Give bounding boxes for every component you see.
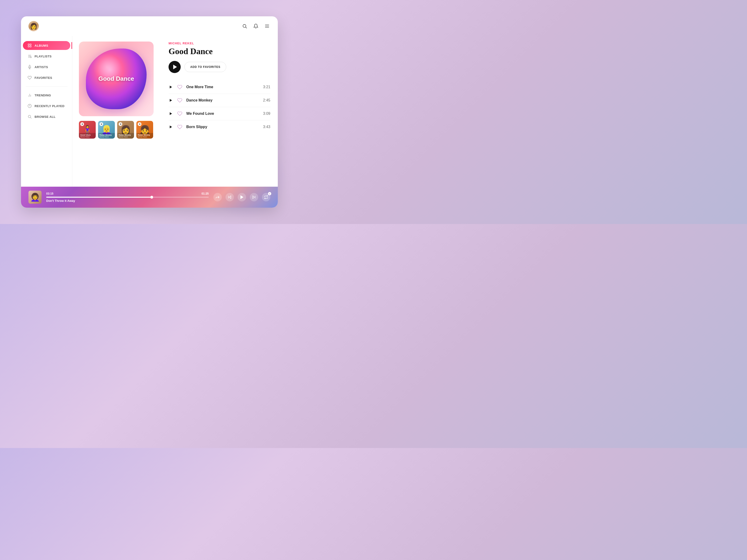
- svg-rect-7: [28, 46, 29, 47]
- player-prev-button[interactable]: [226, 193, 234, 202]
- album-thumb-2[interactable]: 👱‍♀️ Radar Weekly Michel Rekel: [98, 121, 115, 139]
- sidebar-item-label-favorites: FAVORITES: [34, 76, 52, 80]
- svg-point-12: [30, 57, 31, 58]
- bar-chart-icon: [28, 93, 32, 97]
- clock-icon: [28, 104, 32, 108]
- track-heart-2[interactable]: [177, 111, 183, 116]
- svg-rect-6: [30, 44, 31, 45]
- track-item-2[interactable]: We Found Love 3:09: [169, 107, 270, 121]
- list-icon: [28, 54, 32, 58]
- track-play-0[interactable]: [169, 85, 173, 89]
- player-progress-fill: [46, 197, 152, 197]
- album-thumb-4[interactable]: 👧 Radar Weekly Michel Rekel: [136, 121, 153, 139]
- thumb-artist-1: Michel Rekel: [80, 136, 94, 138]
- player-thumbnail: 👩‍🦱: [28, 191, 42, 204]
- mic-icon: [28, 65, 32, 69]
- search-icon[interactable]: [241, 23, 248, 29]
- main-area: ALBUMS PLAYLISTS ARTISTS FAVORITES: [21, 36, 278, 187]
- notification-icon[interactable]: [253, 23, 259, 29]
- track-item-1[interactable]: Dance Monkey 2:45: [169, 94, 270, 107]
- svg-line-1: [246, 27, 247, 28]
- track-duration-1: 2:45: [263, 98, 270, 102]
- album-cover: Good Dance: [79, 42, 154, 116]
- track-play-2[interactable]: [169, 111, 173, 116]
- player-thumb-person: 👩‍🦱: [28, 191, 42, 204]
- track-name-0: One More Time: [186, 85, 259, 89]
- sidebar-item-artists[interactable]: ARTISTS: [23, 62, 70, 72]
- player-progress-bar[interactable]: [46, 197, 209, 197]
- player-play-button[interactable]: [238, 193, 246, 202]
- sidebar-item-label-recently-played: RECENTLY PLAYED: [34, 104, 65, 108]
- thumb-info-1: Good Vibes Michel Rekel: [79, 133, 96, 139]
- album-thumbnails: 🧍‍♀️ Good Vibes Michel Rekel 👱‍♀️: [79, 121, 155, 139]
- grid-icon: [28, 44, 32, 48]
- sidebar-item-browse-all[interactable]: BROWSE ALL: [23, 112, 70, 121]
- sidebar-item-label-artists: ARTISTS: [34, 65, 48, 69]
- svg-rect-8: [30, 46, 31, 47]
- album-thumb-3[interactable]: 👩 Radar Weekly Michel Rekel: [117, 121, 134, 139]
- browse-search-icon: [28, 114, 32, 119]
- play-album-button[interactable]: [169, 61, 181, 73]
- thumb-title-1: Good Vibes: [80, 134, 94, 136]
- thumb-title-3: Radar Weekly: [119, 134, 133, 136]
- svg-marker-23: [241, 195, 243, 199]
- thumb-artist-4: Michel Rekel: [138, 136, 152, 138]
- track-item-0[interactable]: One More Time 3:21: [169, 80, 270, 94]
- album-blob: Good Dance: [86, 49, 147, 109]
- content: Good Dance 🧍‍♀️ Good Vibes Michel Rekel: [72, 36, 278, 187]
- player-current-time: 03:15: [46, 192, 53, 195]
- album-artist: MICHEL REKEL: [169, 42, 270, 45]
- sidebar: ALBUMS PLAYLISTS ARTISTS FAVORITES: [21, 36, 72, 187]
- album-section: Good Dance 🧍‍♀️ Good Vibes Michel Rekel: [72, 36, 161, 187]
- header-left: [28, 21, 39, 31]
- player-share-button[interactable]: [213, 193, 222, 202]
- track-name-3: Born Slippy: [186, 125, 259, 129]
- thumb-play-3: [119, 122, 122, 126]
- add-to-favorites-button[interactable]: ADD TO FAVORITES: [184, 62, 226, 72]
- album-actions: ADD TO FAVORITES: [169, 61, 270, 73]
- repeat-badge: 1: [268, 192, 271, 195]
- album-thumb-1[interactable]: 🧍‍♀️ Good Vibes Michel Rekel: [79, 121, 96, 139]
- album-cover-title: Good Dance: [98, 75, 134, 82]
- thumb-info-2: Radar Weekly Michel Rekel: [98, 133, 115, 139]
- thumb-info-4: Radar Weekly Michel Rekel: [136, 133, 153, 139]
- player-next-button[interactable]: [250, 193, 258, 202]
- menu-icon[interactable]: [264, 23, 270, 29]
- track-name-1: Dance Monkey: [186, 98, 259, 102]
- thumb-play-2: [99, 122, 103, 126]
- thumb-artist-2: Michel Rekel: [99, 136, 113, 138]
- svg-marker-21: [229, 196, 231, 198]
- svg-point-19: [28, 115, 31, 118]
- player-bar: 👩‍🦱 03:15 01:25 Don't Throw it Away: [21, 187, 278, 208]
- player-repeat-button[interactable]: 1: [262, 193, 270, 202]
- thumb-title-4: Radar Weekly: [138, 134, 152, 136]
- sidebar-item-favorites[interactable]: FAVORITES: [23, 73, 70, 82]
- sidebar-item-label-playlists: PLAYLISTS: [34, 55, 52, 58]
- player-times: 03:15 01:25: [46, 192, 209, 195]
- track-play-3[interactable]: [169, 125, 173, 129]
- track-duration-3: 3:43: [263, 125, 270, 129]
- track-list: One More Time 3:21 Dance Monkey 2:45: [169, 80, 270, 133]
- track-list-section: MICHEL REKEL Good Dance ADD TO FAVORITES…: [161, 36, 278, 187]
- track-heart-0[interactable]: [177, 84, 183, 90]
- sidebar-item-label-trending: TRENDING: [34, 94, 51, 97]
- track-duration-0: 3:21: [263, 85, 270, 89]
- header-icons: [241, 23, 270, 29]
- avatar[interactable]: [28, 21, 39, 31]
- player-progress-dot: [150, 196, 153, 198]
- track-heart-1[interactable]: [177, 98, 183, 103]
- track-play-1[interactable]: [169, 98, 173, 103]
- track-heart-3[interactable]: [177, 124, 183, 130]
- player-total-time: 01:25: [202, 192, 209, 195]
- sidebar-item-recently-played[interactable]: RECENTLY PLAYED: [23, 102, 70, 110]
- track-item-3[interactable]: Born Slippy 3:43: [169, 121, 270, 133]
- thumb-artist-3: Michel Rekel: [119, 136, 133, 138]
- sidebar-item-trending[interactable]: TRENDING: [23, 91, 70, 100]
- header: [21, 16, 278, 36]
- player-progress-area: 03:15 01:25 Don't Throw it Away: [46, 192, 209, 203]
- app-container: ALBUMS PLAYLISTS ARTISTS FAVORITES: [21, 16, 278, 208]
- sidebar-item-playlists[interactable]: PLAYLISTS: [23, 52, 70, 61]
- sidebar-item-albums[interactable]: ALBUMS: [23, 41, 70, 50]
- sidebar-item-label-albums: ALBUMS: [34, 44, 48, 47]
- track-duration-2: 3:09: [263, 111, 270, 116]
